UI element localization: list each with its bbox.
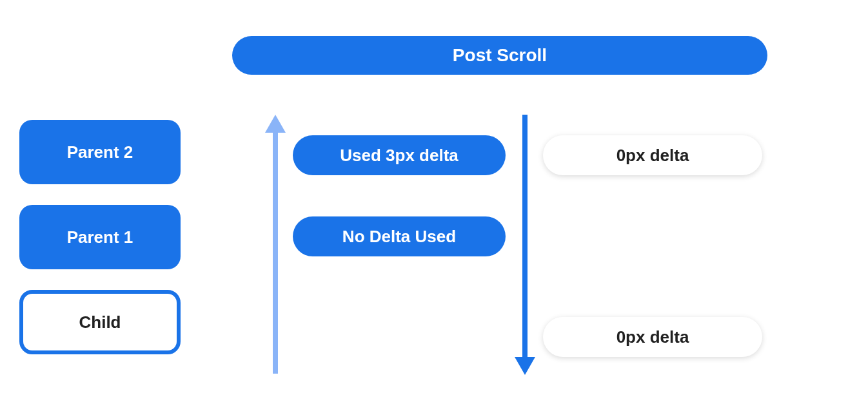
pill-0px-delta-bottom: 0px delta [543,317,762,357]
used-3px-label: Used 3px delta [340,146,459,166]
down-arrow-line [522,115,528,365]
pill-no-delta-used: No Delta Used [293,216,506,256]
pill-used-3px-delta: Used 3px delta [293,135,506,175]
up-arrow-line [273,124,278,374]
parent-1-label: Parent 1 [67,227,133,247]
child-label: Child [79,312,121,332]
hierarchy-parent-1: Parent 1 [19,205,181,269]
header-post-scroll: Post Scroll [232,36,767,75]
down-arrow-head-icon [515,357,535,375]
pill-0px-delta-top: 0px delta [543,135,762,175]
up-arrow-head-icon [265,115,286,133]
hierarchy-child: Child [19,290,181,354]
hierarchy-parent-2: Parent 2 [19,120,181,184]
header-title: Post Scroll [453,45,547,66]
delta-0-top-label: 0px delta [616,146,689,166]
delta-0-bottom-label: 0px delta [616,327,689,347]
no-delta-label: No Delta Used [342,227,456,247]
parent-2-label: Parent 2 [67,142,133,162]
